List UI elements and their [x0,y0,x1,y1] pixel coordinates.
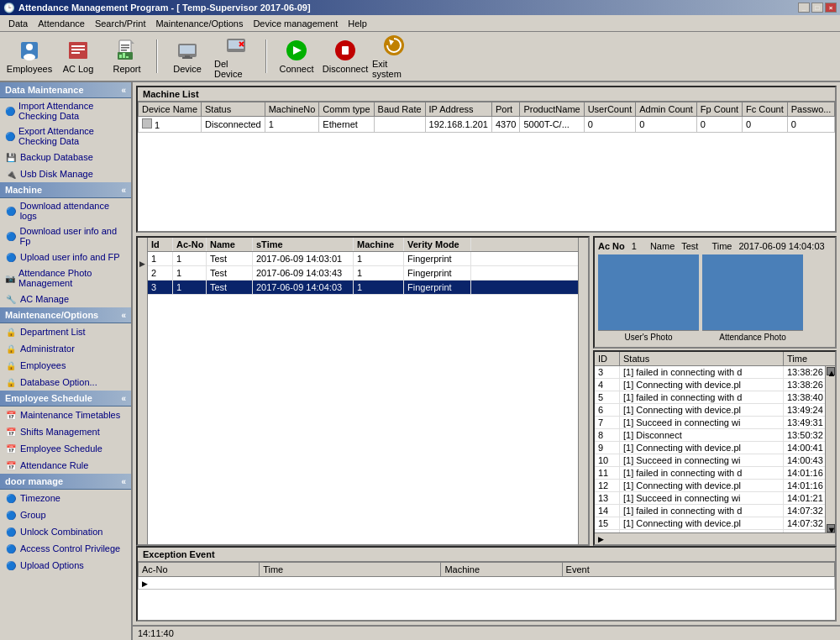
sidebar-item-download-user-label: Download user info and Fp [19,226,126,246]
section-machine[interactable]: Machine « [0,182,131,198]
sidebar-item-group[interactable]: 🔵 Group [0,506,131,523]
log-row[interactable]: 14 [1] failed in connecting with d 14:07… [595,505,825,517]
maximize-btn[interactable]: □ [811,3,823,13]
sidebar-item-export[interactable]: 🔵 Export Attendance Checking Data [0,123,131,149]
sidebar-item-dept[interactable]: 🔒 Department List [0,323,131,340]
device-button[interactable]: Device [165,35,210,77]
log-row[interactable]: 8 [1] Disconnect 13:50:32 06-09 [595,429,825,442]
window-controls: _ □ × [798,3,837,13]
collapse-door-manage[interactable]: « [121,477,126,486]
menu-attendance[interactable]: Attendance [33,17,90,30]
cell-status: Disconnected [202,117,265,133]
log-row[interactable]: 4 [1] Connecting with device.pl 13:38:26… [595,379,825,391]
sidebar-item-usb-label: Usb Disk Manage [20,169,93,179]
connect-button[interactable]: Connect [274,35,319,77]
attendance-row-1[interactable]: 1 1 Test 2017-06-09 14:03:01 1 Fingerpri… [148,252,578,266]
sidebar-item-db-option-label: Database Option... [20,377,97,387]
cell-comm-type: Ethernet [319,117,374,133]
time-label: Time [711,241,732,251]
sidebar-item-import[interactable]: 🔵 Import Attendance Checking Data [0,98,131,123]
device-icon [176,39,199,62]
close-btn[interactable]: × [825,3,837,13]
menu-data[interactable]: Data [3,17,33,30]
log-row[interactable]: 13 [1] Succeed in connecting wi 14:01:21… [595,492,825,505]
collapse-machine[interactable]: « [121,186,126,195]
machine-list-panel: Machine List Device Name Status MachineN… [136,86,837,233]
att-col-acno: Ac-No [173,238,207,251]
att-cell-verify-3: Fingerprint [404,281,471,294]
sidebar-item-timezone[interactable]: 🔵 Timezone [0,490,131,506]
disconnect-button[interactable]: Disconnect [323,35,368,77]
device-label: Device [173,64,202,74]
sidebar-item-upload-options[interactable]: 🔵 Upload Options [0,557,131,574]
content-area: Machine List Device Name Status MachineN… [133,82,840,640]
log-row[interactable]: 11 [1] failed in connecting with d 14:01… [595,467,825,480]
sidebar-item-download-att[interactable]: 🔵 Download attendance logs [0,198,131,223]
att-scrollbar[interactable] [578,238,588,544]
collapse-emp-schedule[interactable]: « [121,394,126,403]
svg-point-1 [26,44,33,50]
att-cell-name-1: Test [207,252,253,265]
sidebar-item-upload-user[interactable]: 🔵 Upload user info and FP [0,249,131,265]
employees-button[interactable]: Employees [7,35,52,77]
menu-searchprint[interactable]: Search/Print [90,17,151,30]
window-title: Attendance Management Program - [ Temp-S… [18,3,311,13]
log-scroll-down[interactable]: ▼ [827,524,835,532]
log-row[interactable]: 15 [1] Connecting with device.pl 14:07:3… [595,517,825,530]
attendance-row-3[interactable]: 3 1 Test 2017-06-09 14:04:03 1 Fingerpri… [148,281,578,295]
download-att-icon: 🔵 [5,205,17,217]
section-door-manage[interactable]: door manage « [0,474,131,490]
sidebar-item-employees[interactable]: 🔒 Employees [0,357,131,374]
del-device-button[interactable]: Del Device [213,35,259,77]
log-scroll[interactable]: 3 [1] failed in connecting with d 13:38:… [595,366,825,532]
row-indicator-3: ▶ [139,256,145,271]
menu-maintenance[interactable]: Maintenance/Options [150,17,248,30]
cell-user-count: 0 [584,117,636,133]
sidebar-item-admin[interactable]: 🔒 Administrator [0,340,131,357]
del-device-label: Del Device [214,59,258,79]
section-emp-schedule[interactable]: Employee Schedule « [0,391,131,407]
emp-sched-icon: 📅 [5,443,17,454]
exit-button[interactable]: Exit system [371,35,417,77]
section-data-maintenance[interactable]: Data Maintenance « [0,82,131,98]
sidebar-item-emp-sched[interactable]: 📅 Employee Schedule [0,440,131,457]
log-row[interactable]: 12 [1] Connecting with device.pl 14:01:1… [595,480,825,492]
log-row[interactable]: 10 [1] Succeed in connecting wi 14:00:43… [595,454,825,467]
sidebar-item-shifts[interactable]: 📅 Shifts Management [0,423,131,440]
log-row[interactable]: 3 [1] failed in connecting with d 13:38:… [595,366,825,379]
log-scrollbar[interactable]: ▲ ▼ [825,366,835,532]
log-row[interactable]: 6 [1] Connecting with device.pl 13:49:24… [595,404,825,417]
sidebar-item-db-option[interactable]: 🔒 Database Option... [0,374,131,391]
report-button[interactable]: Report [104,35,150,77]
log-row[interactable]: 5 [1] failed in connecting with d 13:38:… [595,391,825,404]
section-maintenance[interactable]: Maintenance/Options « [0,307,131,323]
log-scroll-up[interactable]: ▲ [827,367,835,375]
app-icon: 🕒 [3,3,15,13]
minimize-btn[interactable]: _ [798,3,810,13]
menu-device-mgmt[interactable]: Device management [248,17,343,30]
collapse-maintenance[interactable]: « [121,311,126,320]
sidebar-item-group-label: Group [20,510,46,520]
title-bar: 🕒 Attendance Management Program - [ Temp… [0,0,840,15]
col-product-name: ProductName [520,102,584,117]
exc-col-machine: Machine [441,563,562,577]
sidebar-item-att-photo[interactable]: 📷 Attendance Photo Management [0,265,131,291]
sidebar-item-ac-manage[interactable]: 🔧 AC Manage [0,291,131,307]
table-row[interactable]: 1 Disconnected 1 Ethernet 192.168.1.201 … [139,117,836,133]
log-row[interactable]: 7 [1] Succeed in connecting wi 13:49:31 … [595,417,825,429]
aclog-button[interactable]: AC Log [55,35,101,77]
sidebar-item-maint-timetables[interactable]: 📅 Maintenance Timetables [0,407,131,423]
sidebar-item-usb[interactable]: 🔌 Usb Disk Manage [0,165,131,182]
log-cell-status: [1] Succeed in connecting wi [620,454,784,466]
svg-rect-15 [126,56,129,58]
log-row[interactable]: 9 [1] Connecting with device.pl 14:00:41… [595,442,825,454]
collapse-data-maintenance[interactable]: « [121,86,126,95]
sidebar-item-access-ctrl[interactable]: 🔵 Access Control Privilege [0,540,131,557]
sidebar-item-att-rule[interactable]: 📅 Attendance Rule [0,457,131,474]
sidebar-item-backup[interactable]: 💾 Backup Database [0,149,131,165]
sidebar-item-download-user[interactable]: 🔵 Download user info and Fp [0,223,131,249]
attendance-row-2[interactable]: 2 1 Test 2017-06-09 14:03:43 1 Fingerpri… [148,266,578,281]
col-fc-count: Fc Count [743,102,788,117]
sidebar-item-unlock-combo[interactable]: 🔵 Unlock Combination [0,523,131,540]
menu-help[interactable]: Help [343,17,372,30]
